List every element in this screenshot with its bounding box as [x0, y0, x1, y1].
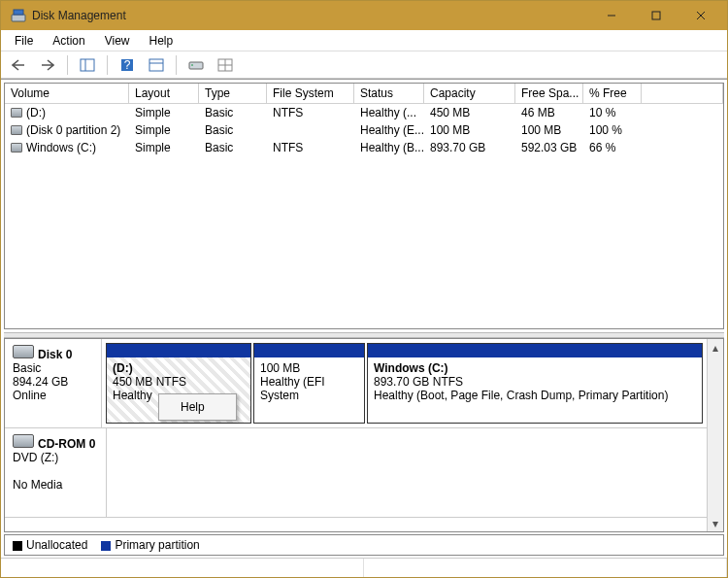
maximize-button[interactable]	[634, 1, 678, 30]
cell-fs	[267, 129, 354, 131]
content-area: Volume Layout Type File System Status Ca…	[1, 79, 727, 577]
disk-rows: Disk 0Basic894.24 GBOnline(D:)450 MB NTF…	[5, 339, 707, 531]
menu-action[interactable]: Action	[45, 32, 92, 50]
col-capacity[interactable]: Capacity	[424, 84, 515, 104]
partition-bar	[368, 344, 702, 357]
cell-type: Basic	[199, 105, 267, 120]
volume-list[interactable]: Volume Layout Type File System Status Ca…	[4, 83, 724, 329]
help-icon[interactable]: ?	[116, 54, 139, 76]
scroll-track[interactable]	[708, 356, 723, 515]
toolbar: ?	[1, 51, 727, 79]
context-menu: Help	[158, 393, 237, 421]
svg-rect-0	[12, 15, 25, 21]
volume-icon	[11, 125, 22, 135]
volume-rows: (D:)SimpleBasicNTFSHealthy (...450 MB46 …	[5, 104, 723, 328]
partition-status: Healthy (Boot, Page File, Crash Dump, Pr…	[374, 389, 696, 402]
toolbar-separator	[67, 55, 68, 75]
cell-capacity: 450 MB	[424, 105, 515, 120]
volume-list-header: Volume Layout Type File System Status Ca…	[5, 84, 723, 104]
show-hide-tree-icon[interactable]	[76, 54, 99, 76]
svg-rect-3	[652, 12, 660, 19]
legend-item: Unallocated	[13, 538, 87, 552]
statusbar	[1, 558, 727, 577]
disk-size: 894.24 GB	[13, 375, 93, 389]
disk-icon	[13, 345, 34, 358]
scroll-up-icon[interactable]: ▴	[708, 339, 723, 356]
cell-pct: 100 %	[583, 122, 642, 138]
toolbar-separator	[107, 55, 108, 75]
partition-size: 100 MB	[260, 361, 358, 375]
col-status[interactable]: Status	[354, 84, 424, 104]
window-title: Disk Management	[32, 9, 589, 22]
svg-rect-1	[14, 10, 23, 15]
disk-management-window: Disk Management File Action View Help ? …	[0, 0, 728, 578]
cell-status: Healthy (B...	[354, 140, 424, 155]
disk-label[interactable]: CD-ROM 0DVD (Z:)No Media	[5, 428, 107, 517]
partition[interactable]: Windows (C:)893.70 GB NTFSHealthy (Boot,…	[367, 343, 703, 424]
partition-size: 450 MB NTFS	[113, 375, 245, 389]
svg-rect-6	[81, 59, 94, 71]
forward-arrow-icon[interactable]	[36, 54, 59, 76]
disk-row: Disk 0Basic894.24 GBOnline(D:)450 MB NTF…	[5, 339, 707, 428]
cell-pct: 66 %	[583, 140, 642, 155]
refresh-icon[interactable]	[184, 54, 208, 76]
settings-icon[interactable]	[214, 54, 237, 76]
volume-icon	[11, 108, 22, 118]
menu-help[interactable]: Help	[142, 32, 182, 50]
col-layout[interactable]: Layout	[129, 84, 199, 104]
legend-label: Unallocated	[26, 538, 87, 552]
properties-icon[interactable]	[145, 54, 168, 76]
volume-name: Windows (C:)	[26, 141, 96, 154]
context-menu-help[interactable]: Help	[161, 396, 234, 418]
table-row[interactable]: (D:)SimpleBasicNTFSHealthy (...450 MB46 …	[5, 104, 723, 121]
cell-pct: 10 %	[583, 105, 642, 120]
partition-title: (D:)	[113, 361, 245, 375]
menu-view[interactable]: View	[97, 32, 138, 50]
partition-title: Windows (C:)	[374, 361, 696, 375]
cell-status: Healthy (...	[354, 105, 424, 120]
table-row[interactable]: (Disk 0 partition 2)SimpleBasicHealthy (…	[5, 121, 723, 139]
table-row[interactable]: Windows (C:)SimpleBasicNTFSHealthy (B...…	[5, 139, 723, 156]
partition-status: Healthy (EFI System	[260, 375, 358, 402]
col-type[interactable]: Type	[199, 84, 267, 104]
legend-label: Primary partition	[115, 538, 199, 552]
cell-layout: Simple	[129, 122, 199, 138]
col-filesystem[interactable]: File System	[267, 84, 354, 104]
vertical-scrollbar[interactable]: ▴ ▾	[707, 339, 723, 531]
cell-fs: NTFS	[267, 105, 354, 120]
legend-item: Primary partition	[101, 538, 199, 552]
disk-type: DVD (Z:)	[13, 451, 98, 464]
svg-rect-12	[189, 62, 203, 69]
disk-name: CD-ROM 0	[38, 437, 95, 451]
partition-bar	[107, 344, 250, 357]
volume-icon	[11, 143, 22, 153]
app-icon	[11, 8, 26, 23]
close-button[interactable]	[678, 1, 723, 30]
disk-map: Disk 0Basic894.24 GBOnline(D:)450 MB NTF…	[4, 338, 724, 532]
disk-label[interactable]: Disk 0Basic894.24 GBOnline	[5, 339, 102, 427]
svg-text:?: ?	[124, 58, 131, 72]
cell-type: Basic	[199, 122, 267, 138]
menu-file[interactable]: File	[7, 32, 41, 50]
disk-partitions	[107, 428, 707, 517]
col-freespace[interactable]: Free Spa...	[515, 84, 583, 104]
minimize-button[interactable]	[589, 1, 634, 30]
partition-bar	[254, 344, 364, 357]
disk-icon	[13, 434, 34, 448]
partition[interactable]: 100 MBHealthy (EFI System	[253, 343, 365, 424]
cell-type: Basic	[199, 140, 267, 155]
cell-status: Healthy (E...	[354, 122, 424, 138]
cell-fs: NTFS	[267, 140, 354, 155]
partition-size: 893.70 GB NTFS	[374, 375, 696, 389]
disk-state: Online	[13, 389, 93, 402]
col-spacer	[642, 84, 723, 104]
titlebar[interactable]: Disk Management	[1, 1, 727, 30]
col-volume[interactable]: Volume	[5, 84, 129, 104]
scroll-down-icon[interactable]: ▾	[708, 515, 723, 531]
cell-capacity: 893.70 GB	[424, 140, 515, 155]
back-arrow-icon[interactable]	[7, 54, 30, 76]
col-pctfree[interactable]: % Free	[583, 84, 642, 104]
cell-layout: Simple	[129, 140, 199, 155]
svg-point-13	[191, 64, 193, 66]
toolbar-separator	[176, 55, 177, 75]
